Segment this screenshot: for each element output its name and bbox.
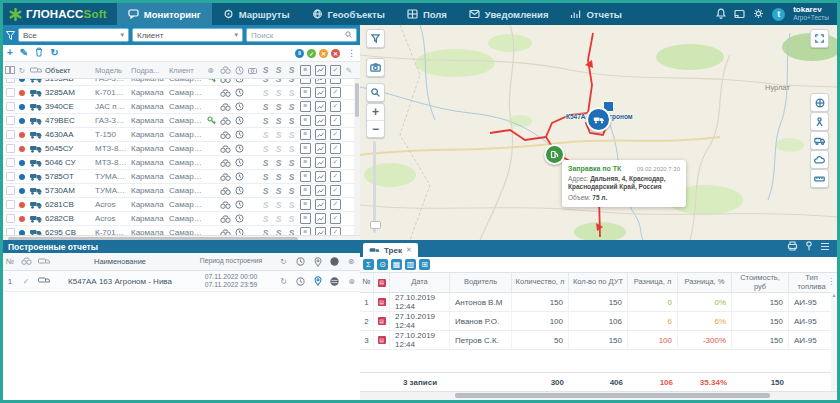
history-icon[interactable] bbox=[233, 88, 246, 97]
history-icon[interactable] bbox=[233, 116, 246, 125]
refresh-button[interactable]: ↻ bbox=[50, 48, 58, 58]
refuel-event-icon[interactable]: ▤ bbox=[374, 293, 390, 311]
sensor-s-icon[interactable]: S bbox=[285, 214, 298, 224]
sensor-s-icon[interactable]: S bbox=[272, 88, 285, 98]
vehicle-row[interactable]: 3195АВ ГАЗ-3… Кармала Самар… S S S ≡ ✓ bbox=[3, 79, 360, 86]
client-filter-select[interactable]: Клиент▾ bbox=[132, 28, 243, 42]
sensor-s-icon[interactable]: S bbox=[272, 79, 285, 84]
tab-monitoring[interactable]: Мониторинг bbox=[117, 3, 212, 25]
column-name[interactable]: Наименование bbox=[53, 257, 187, 266]
sensor-s-icon[interactable]: S bbox=[272, 228, 285, 236]
history-icon[interactable] bbox=[233, 214, 246, 223]
chart-icon[interactable] bbox=[313, 185, 328, 196]
sensor-s-icon[interactable]: S bbox=[259, 158, 272, 168]
tasks-icon[interactable]: ✓ bbox=[328, 87, 343, 98]
binoculars-icon[interactable] bbox=[217, 117, 233, 125]
more-menu-icon[interactable]: ⋮ bbox=[347, 48, 356, 58]
chart-icon[interactable] bbox=[313, 101, 328, 112]
sensor-s-icon[interactable]: S bbox=[285, 88, 298, 98]
tasks-icon[interactable]: ✓ bbox=[328, 115, 343, 126]
row-checkbox[interactable] bbox=[6, 200, 15, 209]
list-icon[interactable]: ≡ bbox=[298, 157, 313, 168]
tasks-icon[interactable]: ✓ bbox=[328, 143, 343, 154]
binoculars-icon[interactable] bbox=[217, 201, 233, 209]
sensor-s-icon[interactable]: S bbox=[272, 214, 285, 224]
chart-icon[interactable]: ▥ bbox=[405, 259, 416, 270]
export-icon[interactable]: ⊞ bbox=[419, 259, 430, 270]
column-period[interactable]: Период построения bbox=[187, 257, 275, 265]
tasks-icon[interactable]: ✓ bbox=[328, 101, 343, 112]
group-filter-select[interactable]: Все▾ bbox=[18, 28, 129, 42]
vehicle-row[interactable]: 6281СВ Acros Кармала Самар… S S S ≡ ✓ bbox=[3, 198, 360, 212]
row-checkbox[interactable] bbox=[6, 144, 15, 153]
map-track-button[interactable] bbox=[810, 112, 829, 131]
tasks-icon[interactable]: ✓ bbox=[328, 171, 343, 182]
sensor-s-icon[interactable]: S bbox=[272, 144, 285, 154]
vehicle-row[interactable]: 6295 СВ К-701… Кармала Самар… S S S ≡ ✓ bbox=[3, 226, 360, 235]
sensor-s-icon[interactable]: S bbox=[285, 79, 298, 84]
delete-button[interactable] bbox=[35, 47, 43, 59]
history-icon[interactable] bbox=[233, 186, 246, 195]
table-icon[interactable]: ▦ bbox=[391, 259, 402, 270]
map-layers-button[interactable] bbox=[810, 93, 829, 112]
gear-icon[interactable] bbox=[753, 5, 764, 23]
sensor-s-icon[interactable]: S bbox=[272, 172, 285, 182]
list-icon[interactable]: ≡ bbox=[298, 171, 313, 182]
sensor-s-icon[interactable]: S bbox=[259, 144, 272, 154]
map-camera-button[interactable] bbox=[366, 58, 385, 77]
history-icon[interactable] bbox=[233, 144, 246, 153]
list-icon[interactable]: ≡ bbox=[298, 185, 313, 196]
report-vertical-scrollbar[interactable]: ▲ bbox=[831, 292, 837, 391]
user-menu[interactable]: tokarev Агро+Тесты bbox=[793, 6, 829, 22]
map[interactable]: Нурлат + − К547АА 163 Агроном Заправка п… bbox=[360, 25, 837, 240]
list-icon[interactable]: ≡ bbox=[298, 115, 313, 126]
history-icon[interactable] bbox=[233, 172, 246, 181]
binoculars-icon[interactable] bbox=[217, 79, 233, 83]
built-report-row[interactable]: 1 ✓ К547АА 163 Агроном - Нива 07.11.2022… bbox=[3, 271, 360, 292]
globe-button[interactable] bbox=[326, 277, 343, 286]
column-diff-pct[interactable]: Разница, % bbox=[678, 273, 732, 292]
sensor-s-icon[interactable]: S bbox=[285, 102, 298, 112]
row-checkbox[interactable] bbox=[6, 228, 15, 235]
column-diff[interactable]: Разница, л bbox=[628, 273, 678, 292]
close-icon[interactable]: ✕ bbox=[406, 246, 412, 254]
vehicle-row[interactable]: 3285АМ К-701… Кармала Самар… S S S ≡ ✓ bbox=[3, 86, 360, 100]
chart-icon[interactable] bbox=[313, 129, 328, 140]
column-model[interactable]: Модель bbox=[95, 66, 131, 75]
sensor-s-icon[interactable]: S bbox=[259, 102, 272, 112]
list-icon[interactable]: ≡ bbox=[298, 87, 313, 98]
settings-icon[interactable]: ⊙ bbox=[377, 259, 388, 270]
sensor-s-icon[interactable]: S bbox=[285, 172, 298, 182]
chart-icon[interactable] bbox=[313, 213, 328, 224]
row-checkbox[interactable] bbox=[6, 130, 15, 139]
zoom-in-button[interactable]: + bbox=[367, 104, 384, 120]
status-paused-badge[interactable]: ‖ bbox=[295, 49, 304, 58]
binoculars-icon[interactable] bbox=[217, 89, 233, 97]
column-n[interactable]: № bbox=[360, 273, 374, 292]
status-error-badge[interactable]: ✕ bbox=[331, 49, 340, 58]
map-search-button[interactable] bbox=[366, 83, 385, 102]
menu-icon[interactable] bbox=[820, 240, 830, 255]
status-warning-badge[interactable]: ✕ bbox=[319, 49, 328, 58]
vehicle-row[interactable]: 5785ОТ ТУМА… Кармала Самар… S S S ≡ ✓ bbox=[3, 170, 360, 184]
vehicle-row[interactable]: 5046 СУ МТЗ-8… Кармала Самар… S S S ≡ ✓ bbox=[3, 156, 360, 170]
vehicle-row[interactable]: 4630АА Т-150 Кармала Самар… S S S ≡ ✓ bbox=[3, 128, 360, 142]
tasks-icon[interactable]: ✓ bbox=[328, 227, 343, 235]
chart-icon[interactable] bbox=[313, 157, 328, 168]
sensor-s-icon[interactable]: S bbox=[272, 200, 285, 210]
sensor-s-icon[interactable]: S bbox=[285, 200, 298, 210]
avatar[interactable]: t bbox=[772, 8, 785, 21]
chart-icon[interactable] bbox=[313, 171, 328, 182]
list-icon[interactable]: ≡ bbox=[298, 227, 313, 235]
refresh-column-icon[interactable]: ↻ bbox=[17, 66, 27, 75]
sensor-s-icon[interactable]: S bbox=[272, 186, 285, 196]
report-row[interactable]: 2 ▤ 27.10.2019 12:44 Иванов Р.О. 100 106… bbox=[360, 312, 837, 331]
sum-icon[interactable]: Σ bbox=[363, 259, 374, 270]
column-cost[interactable]: Стоимость, руб bbox=[732, 273, 789, 292]
binoculars-icon[interactable] bbox=[217, 187, 233, 195]
sensor-s-icon[interactable]: S bbox=[285, 130, 298, 140]
edit-button[interactable]: ✎ bbox=[20, 48, 28, 58]
chart-icon[interactable] bbox=[313, 115, 328, 126]
pin-icon[interactable] bbox=[805, 240, 813, 255]
vehicle-marker[interactable] bbox=[586, 107, 611, 132]
